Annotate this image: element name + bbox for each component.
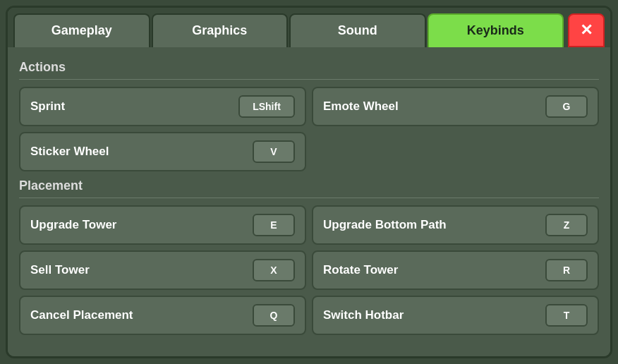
section-divider-placement (19, 198, 599, 198)
section-title-actions: Actions (19, 60, 599, 75)
keybind-upgrade-tower-label: Upgrade Tower (30, 218, 116, 232)
keybind-emote-wheel-key[interactable]: G (545, 95, 588, 118)
keybind-rotate-tower-key[interactable]: R (545, 259, 588, 281)
close-button[interactable]: ✕ (568, 13, 605, 47)
keybind-emote-wheel-label: Emote Wheel (323, 99, 399, 114)
keybind-cancel-placement-key[interactable]: Q (253, 304, 295, 327)
keybind-sticker-wheel: Sticker Wheel V (19, 132, 306, 171)
keybind-rotate-tower-label: Rotate Tower (323, 263, 398, 277)
keybind-upgrade-tower: Upgrade Tower E (19, 205, 306, 245)
keybind-upgrade-bottom-path-label: Upgrade Bottom Path (323, 218, 447, 232)
keybind-sprint-key[interactable]: LShift (238, 95, 295, 118)
keybind-sprint: Sprint LShift (19, 87, 306, 126)
keybind-upgrade-bottom-path: Upgrade Bottom Path Z (312, 205, 599, 245)
tab-graphics[interactable]: Graphics (152, 13, 289, 47)
tab-keybinds[interactable]: Keybinds (428, 13, 564, 47)
section-title-placement: Placement (19, 178, 599, 193)
content-area: Actions Sprint LShift Emote Wheel G Stic… (8, 47, 610, 356)
settings-modal: Gameplay Graphics Sound Keybinds ✕ Actio… (6, 6, 612, 358)
placement-grid: Upgrade Tower E Upgrade Bottom Path Z Se… (19, 205, 599, 335)
keybind-sell-tower: Sell Tower X (19, 250, 306, 290)
keybind-cancel-placement: Cancel Placement Q (19, 296, 306, 335)
keybind-sticker-wheel-key[interactable]: V (253, 140, 295, 163)
keybind-rotate-tower: Rotate Tower R (312, 250, 599, 290)
tab-sound[interactable]: Sound (289, 13, 426, 47)
keybind-switch-hotbar-label: Switch Hotbar (323, 308, 404, 322)
keybind-upgrade-tower-key[interactable]: E (253, 214, 295, 236)
keybind-switch-hotbar: Switch Hotbar T (312, 296, 599, 335)
keybind-upgrade-bottom-path-key[interactable]: Z (545, 214, 588, 236)
keybind-emote-wheel: Emote Wheel G (312, 87, 599, 126)
keybind-switch-hotbar-key[interactable]: T (545, 304, 588, 327)
section-divider-actions (19, 79, 599, 80)
keybind-sell-tower-label: Sell Tower (30, 263, 90, 277)
keybind-sprint-label: Sprint (30, 99, 65, 114)
tab-gameplay[interactable]: Gameplay (13, 13, 150, 47)
actions-grid: Sprint LShift Emote Wheel G Sticker Whee… (19, 87, 599, 171)
keybind-sticker-wheel-label: Sticker Wheel (30, 145, 109, 159)
tab-bar: Gameplay Graphics Sound Keybinds ✕ (8, 8, 610, 47)
keybind-sell-tower-key[interactable]: X (253, 259, 295, 281)
keybind-cancel-placement-label: Cancel Placement (30, 308, 133, 322)
